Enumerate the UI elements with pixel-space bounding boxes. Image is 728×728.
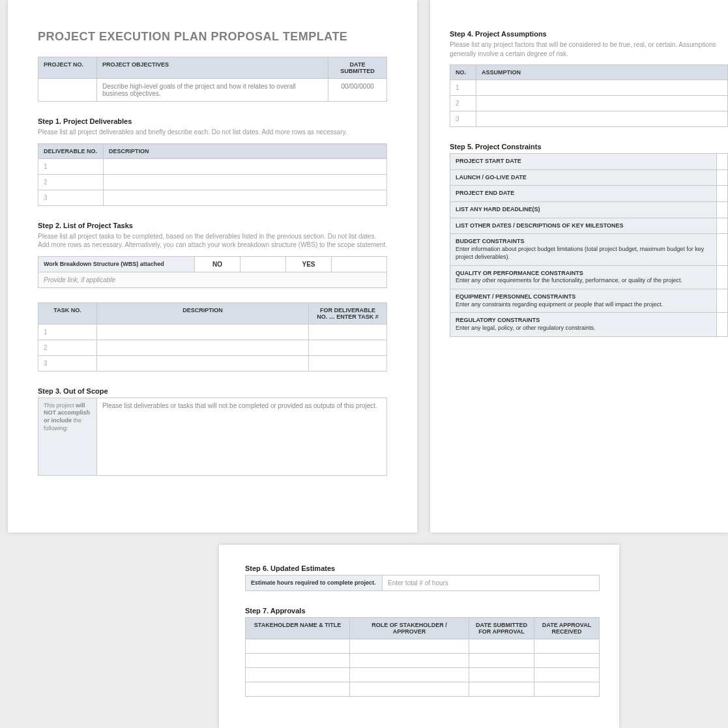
th-task-deliv: FOR DELIVERABLE NO. … ENTER TASK # xyxy=(309,302,387,324)
th-date-submitted: DATE SUBMITTED xyxy=(328,57,387,79)
constraint-value[interactable] xyxy=(717,289,728,312)
th-stakeholder-role: ROLE OF STAKEHOLDER / APPROVER xyxy=(350,618,469,639)
deliv-row-no: 2 xyxy=(38,174,104,190)
appr-cell[interactable] xyxy=(246,654,350,668)
scope-right-text[interactable]: Please list deliverables or tasks that w… xyxy=(97,398,387,475)
task-row-no: 2 xyxy=(38,340,97,355)
deliv-row-no: 3 xyxy=(38,190,104,205)
estimate-label: Estimate hours required to complete proj… xyxy=(246,575,383,591)
constraint-value[interactable] xyxy=(717,218,728,234)
estimates-table: Estimate hours required to complete proj… xyxy=(245,575,600,591)
step4-title: Step 4. Project Assumptions xyxy=(450,30,728,38)
assump-row-no: 3 xyxy=(450,111,476,127)
task-row-desc[interactable] xyxy=(97,340,309,355)
constraint-label: LAUNCH / GO-LIVE DATE xyxy=(450,169,717,186)
page-2: Step 4. Project Assumptions Please list … xyxy=(430,0,728,532)
step4-desc: Please list any project factors that wil… xyxy=(450,40,728,58)
constraint-label: PROJECT START DATE xyxy=(450,154,717,170)
task-row-deliv[interactable] xyxy=(309,355,387,371)
cell-project-no[interactable] xyxy=(38,79,97,102)
page-1: PROJECT EXECUTION PLAN PROPOSAL TEMPLATE… xyxy=(8,0,417,532)
appr-cell[interactable] xyxy=(350,654,469,668)
appr-cell[interactable] xyxy=(534,682,600,697)
task-row-deliv[interactable] xyxy=(309,324,387,340)
th-project-objectives: PROJECT OBJECTIVES xyxy=(97,57,328,79)
constraint-value[interactable] xyxy=(717,313,728,336)
assump-row-text[interactable] xyxy=(476,80,728,96)
constraint-value[interactable] xyxy=(717,234,728,265)
appr-cell[interactable] xyxy=(469,668,534,682)
estimate-value[interactable]: Enter total # of hours xyxy=(383,575,600,591)
scope-left-label: This project will NOT accomplish or incl… xyxy=(38,398,97,475)
appr-cell[interactable] xyxy=(534,668,600,682)
wbs-table: Work Breakdown Structure (WBS) attached … xyxy=(38,256,387,288)
th-deliverable-no: DELIVERABLE NO. xyxy=(38,143,104,158)
assump-row-no: 1 xyxy=(450,80,476,96)
appr-cell[interactable] xyxy=(246,639,350,654)
tasks-table: TASK NO. DESCRIPTION FOR DELIVERABLE NO.… xyxy=(38,302,387,371)
step3-title: Step 3. Out of Scope xyxy=(38,387,387,395)
appr-cell[interactable] xyxy=(534,654,600,668)
assump-row-no: 2 xyxy=(450,96,476,111)
constraint-value[interactable] xyxy=(717,186,728,202)
appr-cell[interactable] xyxy=(534,639,600,654)
constraint-label: LIST ANY HARD DEADLINE(S) xyxy=(450,202,717,218)
th-task-desc: DESCRIPTION xyxy=(97,302,309,324)
step6-title: Step 6. Updated Estimates xyxy=(245,564,600,572)
assump-row-text[interactable] xyxy=(476,96,728,111)
appr-cell[interactable] xyxy=(469,682,534,697)
appr-cell[interactable] xyxy=(469,654,534,668)
step1-title: Step 1. Project Deliverables xyxy=(38,117,387,125)
constraint-value[interactable] xyxy=(717,265,728,289)
deliv-row-desc[interactable] xyxy=(104,174,387,190)
cell-project-objectives[interactable]: Describe high-level goals of the project… xyxy=(97,79,328,102)
wbs-no-label: NO xyxy=(195,256,240,272)
constraint-label: BUDGET CONSTRAINTSEnter information abou… xyxy=(450,234,717,265)
step2-desc: Please list all project tasks to be comp… xyxy=(38,232,387,250)
approvals-table: STAKEHOLDER NAME & TITLE ROLE OF STAKEHO… xyxy=(245,617,600,697)
deliv-row-desc[interactable] xyxy=(104,158,387,174)
constraint-value[interactable] xyxy=(717,169,728,186)
appr-cell[interactable] xyxy=(246,682,350,697)
deliv-row-desc[interactable] xyxy=(104,190,387,205)
constraint-value[interactable] xyxy=(717,202,728,218)
scope-table: This project will NOT accomplish or incl… xyxy=(38,398,387,476)
cell-date-submitted[interactable]: 00/00/0000 xyxy=(328,79,387,102)
constraint-label: LIST OTHER DATES / DESCRIPTIONS OF KEY M… xyxy=(450,218,717,234)
appr-cell[interactable] xyxy=(469,639,534,654)
step5-title: Step 5. Project Constraints xyxy=(450,143,728,151)
appr-cell[interactable] xyxy=(350,682,469,697)
th-project-no: PROJECT NO. xyxy=(38,57,97,79)
assump-row-text[interactable] xyxy=(476,111,728,127)
th-deliverable-desc: DESCRIPTION xyxy=(104,143,387,158)
constraint-label: PROJECT END DATE xyxy=(450,186,717,202)
wbs-link-cell[interactable]: Provide link, if applicable xyxy=(38,272,387,287)
step7-title: Step 7. Approvals xyxy=(245,607,600,615)
task-row-desc[interactable] xyxy=(97,355,309,371)
task-row-no: 1 xyxy=(38,324,97,340)
th-task-no: TASK NO. xyxy=(38,302,97,324)
deliverables-table: DELIVERABLE NO. DESCRIPTION 1 2 3 xyxy=(38,143,387,206)
step1-desc: Please list all project deliverables and… xyxy=(38,128,387,137)
appr-cell[interactable] xyxy=(246,668,350,682)
appr-cell[interactable] xyxy=(350,668,469,682)
th-date-received: DATE APPROVAL RECEIVED xyxy=(534,618,600,639)
appr-cell[interactable] xyxy=(350,639,469,654)
wbs-yes-check[interactable] xyxy=(332,256,387,272)
assumptions-table: NO. ASSUMPTION 1 2 3 xyxy=(450,65,728,127)
th-date-submitted: DATE SUBMITTED FOR APPROVAL xyxy=(469,618,534,639)
constraints-table: PROJECT START DATELAUNCH / GO-LIVE DATEP… xyxy=(450,153,728,337)
th-assumption-no: NO. xyxy=(450,65,476,80)
step2-title: Step 2. List of Project Tasks xyxy=(38,222,387,229)
constraint-label: EQUIPMENT / PERSONNEL CONSTRAINTSEnter a… xyxy=(450,289,717,312)
task-row-desc[interactable] xyxy=(97,324,309,340)
th-assumption: ASSUMPTION xyxy=(476,65,728,80)
task-row-deliv[interactable] xyxy=(309,340,387,355)
constraint-label: REGULATORY CONSTRAINTSEnter any legal, p… xyxy=(450,313,717,336)
wbs-label: Work Breakdown Structure (WBS) attached xyxy=(38,256,195,272)
project-info-table: PROJECT NO. PROJECT OBJECTIVES DATE SUBM… xyxy=(38,57,387,102)
document-title: PROJECT EXECUTION PLAN PROPOSAL TEMPLATE xyxy=(38,30,387,44)
wbs-no-check[interactable] xyxy=(240,256,286,272)
constraint-value[interactable] xyxy=(717,154,728,170)
page-3: Step 6. Updated Estimates Estimate hours… xyxy=(219,545,619,728)
